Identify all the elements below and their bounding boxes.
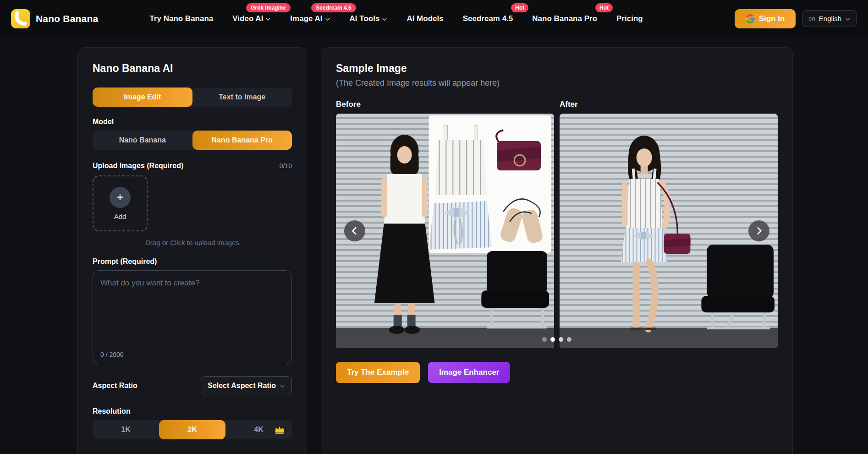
resolution-label: Resolution [93,407,292,416]
mode-tabs: Image Edit Text to Image [93,88,292,107]
prompt-label: Prompt (Required) [93,257,292,266]
hot-badge: Hot [511,3,528,12]
sample-subtitle: (The Created Image results will appear h… [336,78,778,88]
sample-title: Sample Image [336,62,778,75]
prompt-counter: 0 / 2000 [100,351,124,358]
language-label: English [819,15,841,22]
seedream-badge: Seedream 4.5 [311,3,356,12]
upload-counter: 0/10 [280,162,292,170]
generator-panel: Nano Banana AI Image Edit Text to Image … [77,47,307,454]
prompt-box: 0 / 2000 [93,270,292,364]
crown-icon [274,423,286,435]
panel-title: Nano Banana AI [93,62,292,75]
aspect-ratio-label: Aspect Ratio [93,382,137,390]
prompt-input[interactable] [93,271,291,344]
carousel-dot[interactable] [559,337,563,342]
top-navbar: Nano Banana Try Nano Banana Grok Imagine… [0,0,868,37]
upload-dropzone[interactable]: + Add [93,175,148,231]
chevron-down-icon [325,16,330,22]
model-option-nano-banana[interactable]: Nano Banana [93,131,192,150]
main-nav: Try Nano Banana Grok Imagine Video AI Se… [149,14,643,23]
aspect-ratio-select[interactable]: Select Aspect Ratio [201,376,292,395]
banana-logo-icon [11,9,30,28]
nav-image-ai[interactable]: Seedream 4.5 Image AI [290,14,330,23]
nav-seedream-45[interactable]: Hot Seedream 4.5 [463,14,513,23]
model-toggle: Nano Banana Nano Banana Pro [93,131,292,150]
before-label: Before [336,100,554,109]
after-label: After [560,100,778,109]
sample-panel: Sample Image (The Created Image results … [321,47,793,454]
chevron-down-icon [280,383,285,389]
carousel-dot-active[interactable] [550,337,555,342]
chevron-down-icon [845,16,851,22]
google-icon [746,14,755,23]
grok-imagine-badge: Grok Imagine [246,3,291,12]
resolution-toggle: 1K 2K 4K [93,420,292,439]
nav-ai-tools[interactable]: AI Tools [350,14,388,23]
hot-badge: Hot [595,3,613,12]
after-image [560,114,778,348]
carousel-dots [542,337,571,342]
language-selector[interactable]: en English [802,10,857,27]
try-example-button[interactable]: Try The Example [336,362,420,383]
add-label: Add [114,213,126,220]
tab-image-edit[interactable]: Image Edit [93,88,192,107]
nav-nano-banana-pro[interactable]: Hot Nano Banana Pro [532,14,597,23]
plus-icon: + [110,187,131,208]
chevron-down-icon [382,16,387,22]
carousel-dot[interactable] [567,337,571,342]
carousel-dot[interactable] [542,337,547,342]
brand[interactable]: Nano Banana [11,9,98,28]
resolution-2k[interactable]: 2K [159,420,225,439]
before-image [336,114,554,348]
language-code: en [808,15,815,22]
model-option-nano-banana-pro[interactable]: Nano Banana Pro [192,131,292,150]
carousel-next-button[interactable] [748,220,769,241]
chevron-right-icon [755,227,763,235]
chevron-left-icon [351,227,359,235]
resolution-1k[interactable]: 1K [93,420,159,439]
nav-ai-models[interactable]: AI Models [407,14,443,23]
model-label: Model [93,118,292,126]
carousel-prev-button[interactable] [344,220,365,241]
upload-hint: Drag or Click to upload images [93,239,292,246]
image-enhancer-button[interactable]: Image Enhancer [428,362,510,383]
brand-name: Nano Banana [36,13,98,24]
nav-try-nano-banana[interactable]: Try Nano Banana [149,14,213,23]
nav-video-ai[interactable]: Grok Imagine Video AI [232,14,271,23]
before-after-carousel [336,114,778,348]
chevron-down-icon [265,16,271,22]
nav-pricing[interactable]: Pricing [616,14,643,23]
tab-text-to-image[interactable]: Text to Image [192,88,292,107]
upload-label: Upload Images (Required) [93,162,183,170]
sign-in-button[interactable]: Sign In [735,9,796,28]
